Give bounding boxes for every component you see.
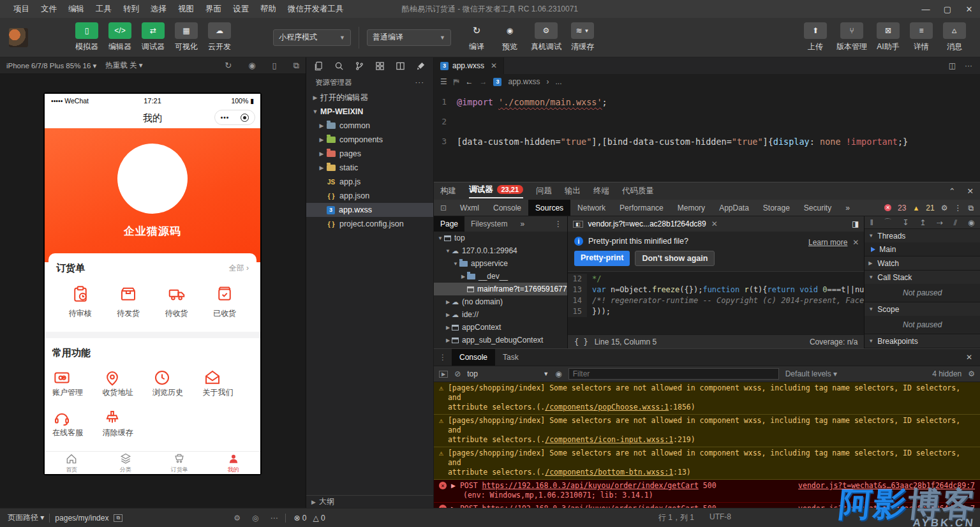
hot-reload-toggle[interactable]: 热重载 关 ▾ [105,61,142,70]
step-out-icon[interactable]: ↥ [919,218,926,227]
copy-icon[interactable]: ⧉ [114,514,122,522]
source-link[interactable]: /components/icon-input.wxss:1 [545,435,673,444]
sources-tab-page[interactable]: Page [434,216,464,232]
breakpoints-section-header[interactable]: ▼Breakpoints [865,334,980,348]
split-editor-icon[interactable]: ◫ [949,61,956,70]
back-icon[interactable]: ← [465,77,473,86]
tree-ide[interactable]: ▶☁ide:// [434,308,567,321]
project-root-row[interactable]: ▼MP-WEIXIN [306,105,433,119]
close-infobar-icon[interactable]: ✕ [852,238,859,247]
feature-clear-cache[interactable]: 清除缓存 [103,408,153,438]
panel-toggle-right-icon[interactable]: ◨ [852,219,859,228]
more-tabs-icon[interactable]: » [838,200,857,216]
devtools-tab-appdata[interactable]: AppData [712,200,756,216]
panel-tab-build[interactable]: 构建 [440,186,456,197]
compile-mode-select[interactable]: 普通编译▼ [367,29,451,46]
feature-about[interactable]: 关于我们 [203,368,253,398]
devtools-tab-performance[interactable]: Performance [612,200,671,216]
pause-on-exceptions-icon[interactable]: ◉ [968,218,974,227]
close-icon[interactable]: ✕ [958,0,980,18]
list-icon[interactable]: ☰ [440,77,447,86]
console-settings-icon[interactable]: ⚙ [968,369,975,378]
callstack-section-header[interactable]: ▼Call Stack [865,271,980,284]
devtools-tab-security[interactable]: Security [797,200,838,216]
folder-components[interactable]: ▶components [306,133,433,147]
thread-main-row[interactable]: Main [865,242,980,256]
expand-icon[interactable]: ▶ [451,481,456,491]
step-icon[interactable]: ⇢ [937,218,943,227]
menu-tools[interactable]: 工具 [90,4,117,15]
close-icon[interactable]: ✕ [967,186,974,196]
message-button[interactable]: 🜂 消息 [938,22,971,52]
file-app-json[interactable]: { }app.json [306,189,433,203]
files-icon[interactable] [314,61,323,71]
page-path-select[interactable]: 页面路径 ▾ [8,512,44,523]
filter-input[interactable] [568,368,779,380]
wechat-capsule[interactable]: ••• [214,110,255,125]
watch-section-header[interactable]: ▶Watch [865,256,980,270]
more-icon[interactable]: ••• [221,114,230,121]
debug-icon[interactable]: ⚙ [234,514,241,523]
learn-more-link[interactable]: Learn more [808,238,847,247]
devtools-tab-network[interactable]: Network [570,200,612,216]
ai-assistant-button[interactable]: ⊠ AI助手 [872,22,905,52]
inspect-icon[interactable]: ⊡ [434,204,453,212]
request-url-link[interactable]: https://192.168.0.3/api/kuyou/order/inde… [482,481,699,490]
compile-button[interactable]: ↻ 编译 [460,22,493,52]
tree-no-domain[interactable]: ▶☁(no domain) [434,295,567,308]
preview-button[interactable]: ◉ 预览 [493,22,526,52]
device-frame-icon[interactable]: ▯ [272,61,277,71]
feature-support[interactable]: 在线客服 [52,408,103,438]
tree-appcontext[interactable]: ▶appContext [434,321,567,334]
more-tabs-icon[interactable]: » [514,216,531,232]
maximize-icon[interactable]: ▢ [937,0,958,18]
problems-warnings[interactable]: △ 0 [313,514,325,523]
menu-devtools[interactable]: 微信开发者工具 [282,4,350,15]
source-link[interactable]: /components/popChoose.wxss:1 [545,403,669,412]
tab-category[interactable]: 分类 [99,452,153,474]
tree-top[interactable]: ▼top [434,232,567,244]
pretty-print-button[interactable]: Pretty-print [574,251,630,266]
device-debug-button[interactable]: ⚙ 真机调试 [526,22,566,52]
multi-window-icon[interactable]: ⧉ [293,61,299,71]
menu-project[interactable]: 项目 [8,4,35,15]
cloud-dev-button[interactable]: ☁ 云开发 [203,22,236,52]
clear-console-icon[interactable]: ⊘ [454,369,461,378]
record-icon[interactable]: ◉ [248,61,255,71]
menu-help[interactable]: 帮助 [255,4,282,15]
tree-dev[interactable]: ▶__dev__ [434,270,567,283]
visualize-button[interactable]: ▦ 可视化 [170,22,203,52]
bookmark-icon[interactable]: ⛿ [454,77,459,86]
tab-home[interactable]: 首页 [45,452,99,474]
brush-icon[interactable] [416,61,426,71]
more-actions-icon[interactable]: ··· [965,61,972,70]
console-warning-row[interactable]: ⚠ [pages/shopping/index] Some selectors … [434,415,980,447]
file-project-config[interactable]: { }project.config.json [306,217,433,231]
forward-icon[interactable]: → [479,77,487,86]
tree-appservice[interactable]: ▼appservice [434,257,567,270]
menu-settings[interactable]: 设置 [227,4,255,15]
tree-host[interactable]: ▼☁127.0.0.1:29964 [434,244,567,257]
menu-edit[interactable]: 编辑 [63,4,90,15]
editor-button[interactable]: </> 编辑器 [103,22,137,52]
menu-goto[interactable]: 转到 [117,4,145,15]
folder-common[interactable]: ▶common [306,119,433,133]
feature-history[interactable]: 浏览历史 [152,368,203,398]
avatar[interactable] [117,144,188,214]
order-pending-ship[interactable]: 待发货 [105,285,153,319]
collapse-icon[interactable]: ⌃ [949,186,955,196]
kebab-menu-icon[interactable]: ⋮ [954,204,961,212]
minimize-icon[interactable]: — [915,0,937,18]
tab-mine[interactable]: 我的 [207,452,261,474]
kebab-menu-icon[interactable]: ⋮ [554,219,567,228]
drag-handle-icon[interactable]: ⋮ [434,353,452,362]
git-branch-icon[interactable] [355,61,364,71]
console-sidebar-icon[interactable]: ▶ [439,371,448,378]
code-area[interactable]: 1 @import './common/main.wxss'; 2 3 [dat… [434,89,980,151]
outline-section[interactable]: ▶ 大纲 [306,495,433,508]
upload-button[interactable]: ⬆ 上传 [799,22,832,52]
panel-tab-quality[interactable]: 代码质量 [622,186,654,197]
close-icon[interactable]: ✕ [966,353,980,362]
step-over-icon[interactable]: ⌒ [884,217,891,228]
close-capsule-icon[interactable] [241,114,249,122]
